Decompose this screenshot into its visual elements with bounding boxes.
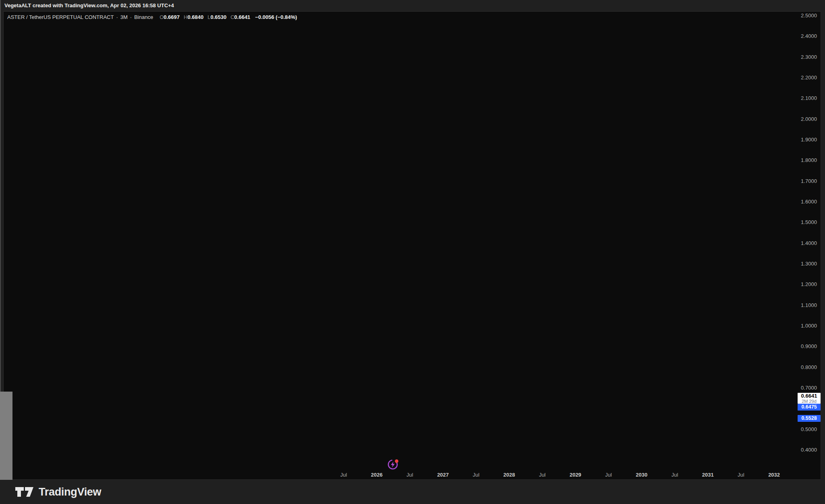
close-value: 0.6641 [234, 14, 251, 20]
legend-separator: · [130, 14, 132, 20]
symbol-legend[interactable]: ASTER / TetherUS PERPETUAL CONTRACT · 3M… [7, 13, 297, 21]
footer-bar: TradingView [0, 480, 825, 504]
events-lightning-icon[interactable] [386, 457, 400, 471]
price-axis[interactable] [797, 11, 821, 469]
symbol-title: ASTER / TetherUS PERPETUAL CONTRACT [7, 14, 114, 20]
open-value: 0.6697 [164, 14, 180, 20]
time-axis[interactable] [3, 469, 797, 480]
chart-widget[interactable] [3, 11, 821, 480]
tradingview-brand-text[interactable]: TradingView [39, 486, 101, 498]
candle-wick [0, 0, 1, 392]
low-value: 0.6530 [210, 14, 226, 20]
open-label: O [160, 14, 164, 20]
tradingview-snapshot: VegetaALT created with TradingView.com, … [0, 0, 825, 504]
watermark-text: VegetaALT created with TradingView.com, … [4, 0, 174, 11]
interval-label: 3M [120, 14, 128, 20]
low-label: L [207, 14, 210, 20]
ohlc-values: O 0.6697 H 0.6840 L 0.6530 C 0.6641 −0.0… [160, 14, 297, 20]
legend-separator: · [116, 14, 118, 20]
tradingview-logo-icon[interactable] [15, 485, 34, 499]
watermark-bar: VegetaALT created with TradingView.com, … [0, 0, 825, 11]
exchange-label: Binance [134, 14, 153, 20]
change-value: −0.0056 (−0.84%) [255, 14, 297, 20]
close-label: C [230, 14, 234, 20]
high-value: 0.6840 [187, 14, 203, 20]
high-label: H [184, 14, 187, 20]
